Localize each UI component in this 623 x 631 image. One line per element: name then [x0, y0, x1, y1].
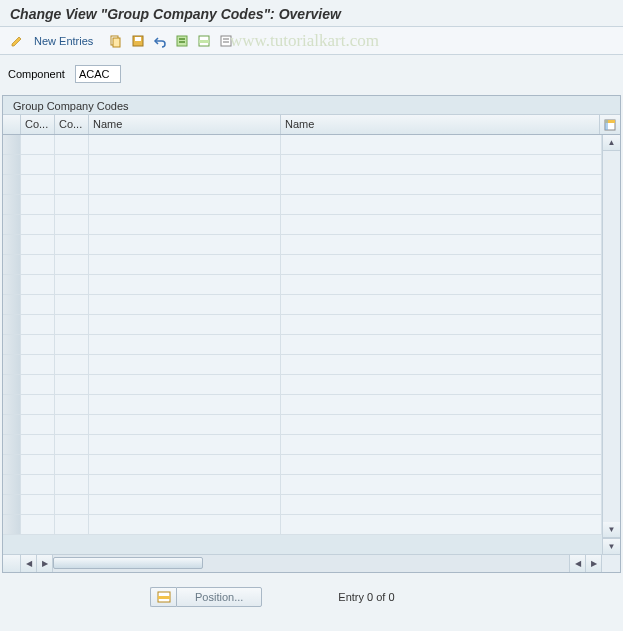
cell[interactable] [89, 235, 281, 254]
vertical-scrollbar[interactable]: ▲ ▼ ▼ [602, 135, 620, 554]
cell[interactable] [55, 495, 89, 514]
cell[interactable] [281, 435, 602, 454]
cell[interactable] [281, 235, 602, 254]
cell[interactable] [89, 175, 281, 194]
cell[interactable] [89, 135, 281, 154]
cell[interactable] [21, 515, 55, 534]
cell[interactable] [281, 155, 602, 174]
cell[interactable] [89, 495, 281, 514]
row-selector[interactable] [3, 315, 21, 334]
cell[interactable] [21, 355, 55, 374]
cell[interactable] [55, 375, 89, 394]
cell[interactable] [55, 335, 89, 354]
cell[interactable] [55, 215, 89, 234]
cell[interactable] [281, 415, 602, 434]
cell[interactable] [21, 315, 55, 334]
cell[interactable] [281, 255, 602, 274]
cell[interactable] [21, 135, 55, 154]
row-selector[interactable] [3, 335, 21, 354]
column-header-name1[interactable]: Name [89, 115, 281, 134]
cell[interactable] [55, 195, 89, 214]
cell[interactable] [281, 215, 602, 234]
row-selector[interactable] [3, 195, 21, 214]
cell[interactable] [89, 255, 281, 274]
save-icon[interactable] [129, 32, 147, 50]
cell[interactable] [281, 355, 602, 374]
scroll-down-icon-2[interactable]: ▼ [603, 538, 620, 554]
cell[interactable] [89, 455, 281, 474]
row-selector[interactable] [3, 155, 21, 174]
deselect-all-icon[interactable] [217, 32, 235, 50]
cell[interactable] [55, 395, 89, 414]
cell[interactable] [89, 215, 281, 234]
position-icon[interactable] [150, 587, 176, 607]
cell[interactable] [21, 255, 55, 274]
row-selector[interactable] [3, 435, 21, 454]
row-selector[interactable] [3, 395, 21, 414]
cell[interactable] [21, 235, 55, 254]
cell[interactable] [55, 235, 89, 254]
cell[interactable] [89, 155, 281, 174]
cell[interactable] [55, 515, 89, 534]
cell[interactable] [89, 475, 281, 494]
component-input[interactable] [75, 65, 121, 83]
scroll-left-icon[interactable]: ▶ [37, 555, 53, 572]
horizontal-scrollbar[interactable]: ◀ ▶ ◀ ▶ [3, 554, 620, 572]
cell[interactable] [281, 195, 602, 214]
cell[interactable] [55, 275, 89, 294]
cell[interactable] [21, 195, 55, 214]
row-selector-header[interactable] [3, 115, 21, 134]
cell[interactable] [55, 255, 89, 274]
cell[interactable] [89, 375, 281, 394]
cell[interactable] [21, 435, 55, 454]
row-selector[interactable] [3, 515, 21, 534]
position-button[interactable]: Position... [176, 587, 262, 607]
cell[interactable] [55, 415, 89, 434]
row-selector[interactable] [3, 275, 21, 294]
select-all-icon[interactable] [173, 32, 191, 50]
cell[interactable] [21, 295, 55, 314]
cell[interactable] [89, 415, 281, 434]
cell[interactable] [55, 155, 89, 174]
row-selector[interactable] [3, 135, 21, 154]
cell[interactable] [21, 395, 55, 414]
cell[interactable] [89, 515, 281, 534]
row-selector[interactable] [3, 495, 21, 514]
cell[interactable] [21, 175, 55, 194]
column-header-name2[interactable]: Name [281, 115, 600, 134]
cell[interactable] [89, 195, 281, 214]
scroll-right-last-icon[interactable]: ▶ [586, 555, 602, 572]
row-selector[interactable] [3, 215, 21, 234]
copy-icon[interactable] [107, 32, 125, 50]
undo-icon[interactable] [151, 32, 169, 50]
cell[interactable] [21, 475, 55, 494]
cell[interactable] [281, 135, 602, 154]
new-entries-button[interactable]: New Entries [30, 33, 97, 49]
cell[interactable] [89, 315, 281, 334]
row-selector[interactable] [3, 455, 21, 474]
row-selector[interactable] [3, 235, 21, 254]
row-selector[interactable] [3, 255, 21, 274]
row-selector[interactable] [3, 355, 21, 374]
cell[interactable] [21, 275, 55, 294]
cell[interactable] [89, 435, 281, 454]
cell[interactable] [21, 455, 55, 474]
cell[interactable] [21, 375, 55, 394]
row-selector[interactable] [3, 375, 21, 394]
cell[interactable] [55, 315, 89, 334]
cell[interactable] [21, 215, 55, 234]
cell[interactable] [55, 135, 89, 154]
row-selector[interactable] [3, 295, 21, 314]
scroll-right-icon[interactable]: ◀ [570, 555, 586, 572]
cell[interactable] [21, 415, 55, 434]
cell[interactable] [55, 455, 89, 474]
row-selector[interactable] [3, 475, 21, 494]
row-selector[interactable] [3, 415, 21, 434]
column-header-co2[interactable]: Co... [55, 115, 89, 134]
cell[interactable] [89, 355, 281, 374]
cell[interactable] [281, 475, 602, 494]
scroll-left-first-icon[interactable]: ◀ [21, 555, 37, 572]
cell[interactable] [89, 335, 281, 354]
cell[interactable] [89, 275, 281, 294]
cell[interactable] [281, 515, 602, 534]
